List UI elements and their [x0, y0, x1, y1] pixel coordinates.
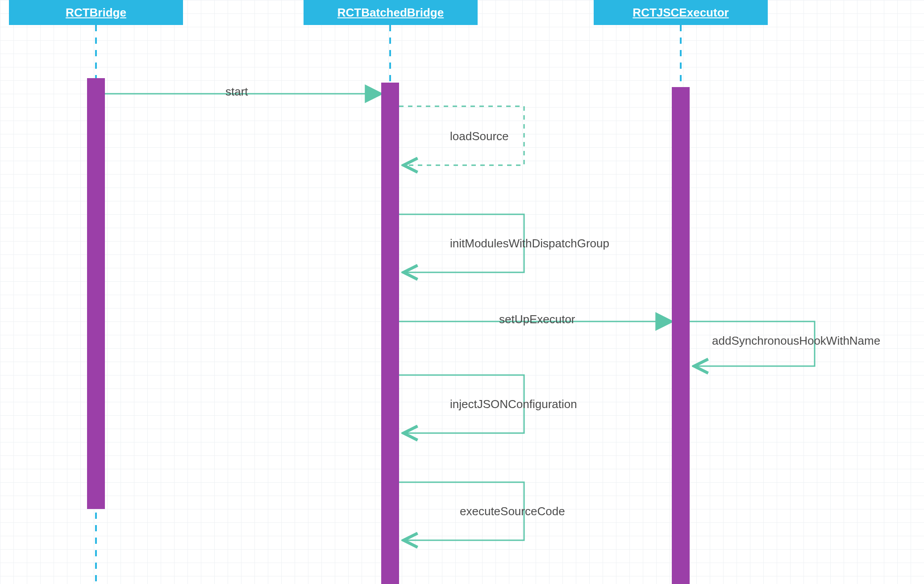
messages: [105, 94, 815, 540]
message-label-initmodules: initModulesWithDispatchGroup: [450, 237, 609, 250]
message-label-setupexecutor: setUpExecutor: [499, 313, 575, 326]
message-label-injectjson: injectJSONConfiguration: [450, 397, 577, 411]
activation-rctbatchedbridge: [381, 83, 399, 584]
participant-label: RCTBridge: [66, 6, 126, 20]
participant-label: RCTJSCExecutor: [633, 6, 728, 20]
participant-rctjscexecutor: RCTJSCExecutor: [594, 0, 768, 25]
activation-rctjscexecutor: [672, 87, 690, 584]
participant-rctbatchedbridge: RCTBatchedBridge: [304, 0, 478, 25]
participant-label: RCTBatchedBridge: [337, 6, 444, 20]
message-label-loadsource: loadSource: [450, 129, 509, 143]
activation-rctbridge: [87, 78, 105, 509]
participant-rctbridge: RCTBridge: [9, 0, 183, 25]
message-label-execsource: executeSourceCode: [460, 505, 565, 518]
sequence-diagram-svg: [0, 0, 924, 584]
message-label-start: start: [225, 85, 248, 99]
message-label-addsynchook: addSynchronousHookWithName: [712, 334, 880, 348]
